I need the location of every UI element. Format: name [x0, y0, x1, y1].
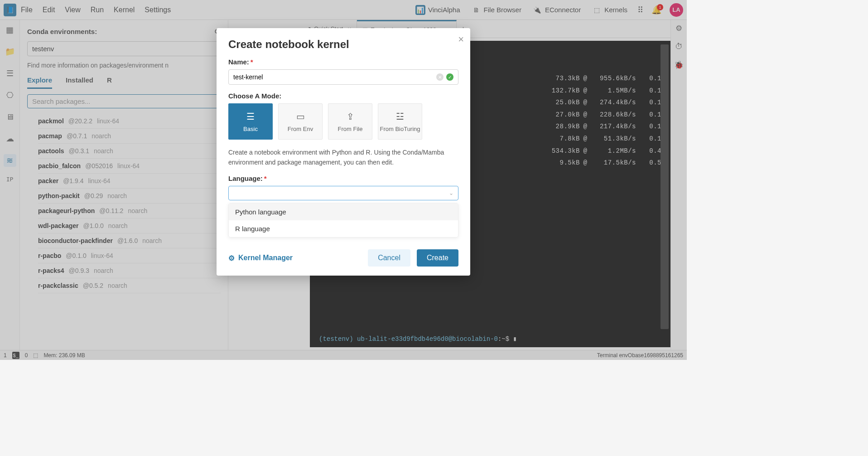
modal-overlay[interactable]: × Create notebook kernel Name:* ✕ ✓ Choo…: [0, 0, 687, 360]
create-kernel-modal: × Create notebook kernel Name:* ✕ ✓ Choo…: [217, 28, 470, 276]
mode-label: Choose A Mode:: [228, 92, 458, 100]
name-input[interactable]: [233, 73, 436, 81]
chevron-down-icon: ⌄: [449, 190, 453, 196]
wallet-icon: ☳: [396, 111, 404, 122]
mode-from-bioturing[interactable]: ☳ From BioTuring: [378, 103, 422, 140]
mode-basic[interactable]: ☰ Basic: [228, 103, 273, 140]
mode-env-label: From Env: [288, 126, 313, 132]
option-r[interactable]: R language: [229, 220, 458, 237]
modal-title: Create notebook kernel: [228, 38, 458, 51]
check-icon: ✓: [446, 73, 453, 81]
name-label: Name:*: [228, 58, 458, 66]
cancel-button[interactable]: Cancel: [368, 249, 410, 267]
mode-from-env[interactable]: ▭ From Env: [278, 103, 323, 140]
create-button[interactable]: Create: [417, 249, 458, 267]
mode-from-file[interactable]: ⇪ From File: [328, 103, 372, 140]
mode-basic-label: Basic: [243, 126, 258, 132]
language-dropdown: Python language R language: [228, 203, 458, 238]
upload-icon: ⇪: [347, 111, 354, 122]
window-icon: ▭: [296, 111, 305, 122]
mode-description: Create a notebook environment with Pytho…: [228, 148, 458, 167]
close-icon[interactable]: ×: [458, 34, 464, 45]
option-python[interactable]: Python language: [229, 204, 458, 220]
gear-icon: ⚙: [228, 254, 235, 262]
list-icon: ☰: [246, 111, 255, 122]
clear-icon[interactable]: ✕: [436, 73, 444, 81]
language-select[interactable]: ⌄: [228, 186, 458, 200]
mode-file-label: From File: [338, 126, 363, 132]
mode-bioturing-label: From BioTuring: [380, 126, 420, 132]
kernel-manager-link[interactable]: ⚙ Kernel Manager: [228, 254, 293, 262]
kernel-manager-label: Kernel Manager: [238, 254, 293, 262]
lang-label: Language:*: [228, 175, 458, 182]
name-input-wrapper: ✕ ✓: [228, 69, 458, 85]
mode-selector: ☰ Basic ▭ From Env ⇪ From File ☳ From Bi…: [228, 103, 458, 140]
